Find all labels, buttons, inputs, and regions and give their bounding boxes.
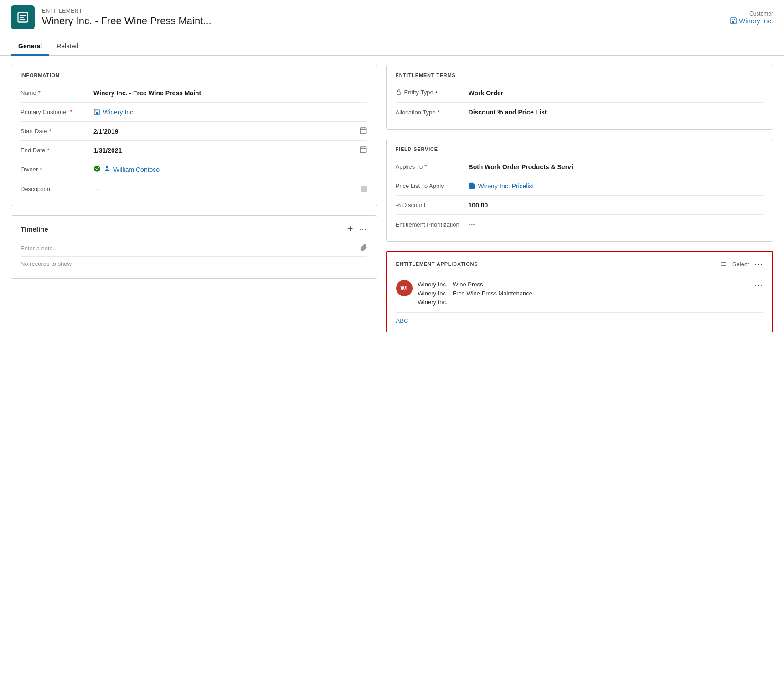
svg-rect-17 bbox=[397, 92, 400, 95]
main-content: INFORMATION Name* Winery Inc. - Free Win… bbox=[0, 56, 784, 342]
owner-value[interactable]: William Contoso bbox=[93, 165, 367, 174]
prioritization-value: --- bbox=[469, 221, 763, 228]
svg-point-16 bbox=[106, 166, 108, 168]
svg-rect-21 bbox=[721, 264, 726, 264]
end-date-field-row: End Date* 1/31/2021 bbox=[21, 141, 367, 160]
price-list-field-row: Price List To Apply Winery Inc. Pricelis… bbox=[396, 176, 763, 196]
customer-link[interactable]: Winery Inc. bbox=[730, 17, 773, 25]
end-date-calendar-icon[interactable] bbox=[359, 145, 367, 155]
entity-type-value: Work Order bbox=[469, 89, 763, 97]
application-item: WI Winery Inc. - Wine Press Winery Inc. … bbox=[396, 275, 763, 313]
entitlement-applications-card: ENTITLEMENT APPLICATIONS Select ⋯ bbox=[386, 251, 773, 332]
owner-field-row: Owner* bbox=[21, 160, 367, 179]
end-date-label: End Date* bbox=[21, 147, 93, 154]
name-value: Winery Inc. - Free Wine Press Maint bbox=[93, 89, 367, 97]
attachment-icon[interactable] bbox=[360, 244, 367, 253]
timeline-more-button[interactable]: ⋯ bbox=[359, 224, 367, 234]
field-service-title: FIELD SERVICE bbox=[396, 146, 763, 152]
primary-customer-value[interactable]: Winery Inc. bbox=[93, 109, 367, 116]
tab-general[interactable]: General bbox=[11, 37, 49, 56]
name-field-row: Name* Winery Inc. - Free Wine Press Main… bbox=[21, 83, 367, 103]
page-header: ENTITLEMENT Winery Inc. - Free Wine Pres… bbox=[0, 0, 784, 35]
page-title: Winery Inc. - Free Wine Press Maint... bbox=[42, 15, 211, 27]
information-title: INFORMATION bbox=[21, 73, 367, 78]
application-line2: Winery Inc. - Free Wine Press Maintenanc… bbox=[418, 289, 532, 298]
start-date-label: Start Date* bbox=[21, 128, 93, 135]
price-list-value[interactable]: Winery Inc. Pricelist bbox=[469, 182, 763, 190]
allocation-type-label: Allocation Type* bbox=[396, 109, 469, 116]
header-title-block: ENTITLEMENT Winery Inc. - Free Wine Pres… bbox=[42, 8, 211, 27]
svg-rect-5 bbox=[95, 110, 96, 111]
end-date-value: 1/31/2021 bbox=[93, 145, 367, 155]
header-right: Customer Winery Inc. bbox=[730, 10, 773, 25]
description-expand-icon[interactable] bbox=[361, 186, 367, 192]
select-button[interactable]: Select bbox=[732, 261, 749, 268]
timeline-title: Timeline bbox=[21, 225, 48, 233]
application-info: Winery Inc. - Wine Press Winery Inc. - F… bbox=[418, 280, 532, 307]
applications-more-button[interactable]: ⋯ bbox=[754, 259, 763, 269]
timeline-note-input: Enter a note... bbox=[21, 240, 367, 257]
start-date-value: 2/1/2019 bbox=[93, 126, 367, 136]
building-icon bbox=[730, 17, 737, 24]
description-value: --- bbox=[93, 185, 367, 192]
section-actions: Select ⋯ bbox=[720, 259, 763, 269]
discount-field-row: % Discount 100.00 bbox=[396, 196, 763, 215]
tab-bar: General Related bbox=[0, 37, 784, 56]
right-column: ENTITLEMENT TERMS Entity Type * Work Ord… bbox=[386, 65, 773, 332]
customer-label: Customer bbox=[730, 10, 773, 17]
name-label: Name* bbox=[21, 89, 93, 96]
description-field-row: Description --- bbox=[21, 179, 367, 198]
timeline-note-placeholder[interactable]: Enter a note... bbox=[21, 245, 58, 252]
application-avatar: WI bbox=[396, 280, 413, 296]
abc-link[interactable]: ABC bbox=[396, 313, 763, 324]
prioritization-label: Entitlement Prioritization bbox=[396, 221, 469, 228]
owner-person-icon bbox=[103, 165, 111, 174]
svg-rect-7 bbox=[360, 128, 366, 134]
svg-rect-3 bbox=[734, 19, 735, 20]
discount-value: 100.00 bbox=[469, 202, 763, 209]
start-date-calendar-icon[interactable] bbox=[359, 126, 367, 136]
lock-icon bbox=[396, 89, 402, 95]
entitlement-applications-header: ENTITLEMENT APPLICATIONS Select ⋯ bbox=[396, 259, 763, 269]
tab-related[interactable]: Related bbox=[49, 37, 86, 56]
entity-type-field-row: Entity Type * Work Order bbox=[396, 83, 763, 103]
entitlement-icon bbox=[11, 5, 35, 29]
information-card: INFORMATION Name* Winery Inc. - Free Win… bbox=[11, 65, 377, 206]
primary-customer-label: Primary Customer* bbox=[21, 109, 93, 115]
entitlement-applications-title: ENTITLEMENT APPLICATIONS bbox=[396, 261, 478, 267]
svg-rect-22 bbox=[721, 265, 726, 266]
svg-rect-4 bbox=[96, 112, 98, 115]
svg-rect-20 bbox=[721, 262, 726, 262]
svg-rect-2 bbox=[732, 19, 733, 20]
owner-label: Owner* bbox=[21, 166, 93, 173]
field-service-card: FIELD SERVICE Applies To* Both Work Orde… bbox=[386, 139, 773, 242]
primary-customer-icon bbox=[93, 109, 100, 115]
timeline-empty-message: No records to show. bbox=[21, 257, 367, 271]
record-type-label: ENTITLEMENT bbox=[42, 8, 211, 14]
entitlement-terms-title: ENTITLEMENT TERMS bbox=[396, 73, 763, 78]
applies-to-label: Applies To* bbox=[396, 163, 469, 170]
primary-customer-field-row: Primary Customer* Winery Inc. bbox=[21, 103, 367, 122]
entity-type-label: Entity Type * bbox=[396, 89, 469, 97]
owner-status-check-icon bbox=[93, 165, 101, 174]
timeline-header: Timeline + ⋯ bbox=[21, 223, 367, 235]
application-item-more-button[interactable]: ⋯ bbox=[754, 280, 763, 290]
application-line1: Winery Inc. - Wine Press bbox=[418, 280, 532, 289]
price-list-label: Price List To Apply bbox=[396, 182, 469, 189]
start-date-field-row: Start Date* 2/1/2019 bbox=[21, 122, 367, 141]
applies-to-value: Both Work Order Products & Servi bbox=[469, 163, 763, 171]
prioritization-field-row: Entitlement Prioritization --- bbox=[396, 215, 763, 234]
allocation-type-value: Discount % and Price List bbox=[469, 109, 763, 116]
left-column: INFORMATION Name* Winery Inc. - Free Win… bbox=[11, 65, 377, 332]
svg-rect-6 bbox=[98, 110, 98, 111]
svg-rect-11 bbox=[360, 147, 366, 153]
application-line3: Winery Inc. bbox=[418, 298, 532, 307]
list-view-icon[interactable] bbox=[720, 260, 727, 268]
applies-to-field-row: Applies To* Both Work Order Products & S… bbox=[396, 157, 763, 176]
timeline-add-button[interactable]: + bbox=[347, 223, 353, 235]
description-label: Description bbox=[21, 186, 93, 192]
pricelist-icon bbox=[469, 182, 475, 189]
allocation-type-field-row: Allocation Type* Discount % and Price Li… bbox=[396, 103, 763, 122]
svg-rect-1 bbox=[732, 21, 734, 23]
header-left: ENTITLEMENT Winery Inc. - Free Wine Pres… bbox=[11, 5, 211, 29]
